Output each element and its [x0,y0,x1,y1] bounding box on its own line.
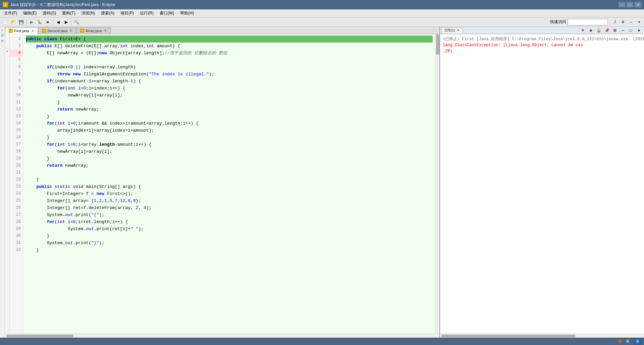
code-line-7: throw new IllegalArgumentException("The … [26,71,433,78]
h-scroll-thumb[interactable] [6,335,73,337]
menu-run[interactable]: 运行(R) [137,10,156,17]
quick-access-input[interactable] [568,19,608,25]
margin-line-11 [5,105,9,112]
console-bottom-scroll[interactable] [440,334,644,338]
menu-refactor[interactable]: 重构(T) [59,10,78,17]
ln-18: 18 [10,148,23,155]
tab-array-java[interactable]: J Array.java ✕ [76,27,111,34]
menu-search[interactable]: 搜索(A) [98,10,117,17]
margin-line-32 [5,252,9,259]
ln-17: 17 [10,141,23,148]
console-stop-btn[interactable]: ■ [587,27,594,34]
open-button[interactable]: 📂 [9,18,17,26]
ln-27: 27 [10,211,23,218]
ln-15: 15 [10,127,23,134]
ln-4: 4 [10,50,23,57]
tab-icon-array: J [80,29,84,33]
menu-source[interactable]: 源码(S) [40,10,59,17]
save-button[interactable]: 💾 [17,18,25,26]
run-button[interactable]: ▶ [28,18,35,26]
console-maximize-btn[interactable]: □ [627,27,635,34]
menu-window[interactable]: 窗口(W) [157,10,177,17]
code-content[interactable]: public class First<E> { public E[] delet… [23,34,435,334]
ln-22: 22 [10,176,23,183]
perspective-btn-4[interactable]: ▾ [635,18,643,26]
ln-29: 29 [10,225,23,232]
tab-close-array[interactable]: ✕ [104,28,107,33]
menu-project[interactable]: 项目(P) [118,10,137,17]
tab-first-java[interactable]: J First.java ✕ [5,27,38,34]
maximize-button[interactable]: □ [627,2,633,7]
code-editor: ➤ [5,34,439,334]
menu-edit[interactable]: 编辑(E) [20,10,39,17]
code-line-8: if(index+amount-1>=array.length-1) { [26,78,433,85]
console-view-menu-btn[interactable]: ▾ [635,27,643,34]
console-tab-label: 控制台 [444,28,455,33]
ln-19: 19 [10,155,23,162]
perspective-btn-2[interactable]: ⚙ [619,18,627,26]
sidebar-icon-3[interactable]: ⚙ [0,39,4,43]
tab-close-second[interactable]: ✕ [69,28,72,33]
tab-close-first[interactable]: ✕ [31,29,34,33]
perspective-btn-3[interactable]: ↔ [627,18,635,26]
margin-line-9 [5,90,9,97]
tab-label-second: Second.java [47,29,68,33]
code-line-11: } [26,99,433,106]
status-bar: 搜 英 英 [0,338,644,345]
code-line-24: First<Integer> f = new First<>(); [26,190,433,197]
ln-20: 20 [10,162,23,169]
ln-9: 9 [10,85,23,92]
close-button[interactable]: ✕ [635,2,641,7]
search-toolbar-button[interactable]: 🔍 [73,18,80,26]
ln-10: 10 [10,92,23,99]
margin-line-20 [5,168,9,175]
console-tab-main[interactable]: 控制台 ✕ [441,27,463,33]
console-pin-btn[interactable]: 📌 [603,27,610,34]
sidebar-icon-1[interactable]: ▸ [0,28,4,32]
back-button[interactable]: ◀ [54,18,62,26]
scrollbar-thumb[interactable] [436,34,439,55]
margin-line-16 [5,140,9,147]
margin-line-22 [5,182,9,189]
margin-line-25 [5,203,9,210]
tab-second-java[interactable]: J Second.java ✕ [38,27,76,34]
ln-8: 8 [10,78,23,85]
console-minimize-btn[interactable]: ─ [619,27,627,34]
code-line-26: Integer[] ret=f.deleteFrom(array, 2, 4); [26,204,433,211]
menu-navigate[interactable]: 浏览(N) [79,10,98,17]
debug-button[interactable]: 🐛 [36,18,43,26]
perspective-btn-1[interactable]: J [611,18,619,26]
editor-container: J First.java ✕ J Second.java ✕ J Array.j… [5,27,439,338]
minimize-button[interactable]: ─ [619,2,625,7]
editor-scrollbar[interactable] [435,34,439,334]
eclipse-icon: J [3,2,8,7]
ln-28: 28 [10,218,23,225]
code-line-13: } [26,113,433,120]
menu-help[interactable]: 帮助(H) [177,10,197,17]
bottom-scroll[interactable] [5,334,439,338]
console-line-1: <已终止> First [Java 应用程序] C:\Program Files… [443,36,641,42]
console-scroll-lock-btn[interactable]: 🔒 [595,27,602,34]
margin-line-6 [5,69,9,76]
code-line-20: return newArray; [26,162,433,169]
console-settings-btn[interactable]: ⚙ [611,27,619,34]
right-panel: 控制台 ✕ ✕ ■ 🔒 📌 ⚙ ─ □ ▾ <已终止> First [Java … [439,27,644,338]
code-line-6: if(index<0 || index>=array.length) [26,64,433,71]
stop-button[interactable]: ■ [44,18,51,26]
ln-25: 25 [10,197,23,204]
margin-line-10 [5,97,9,105]
console-h-scroll-thumb[interactable] [441,335,576,337]
code-line-3: public E[] deleteFrom(E[] array,int inde… [26,43,433,50]
tab-icon-second: J [42,29,46,33]
code-line-19: } [26,155,433,162]
console-line-3: :26) [443,48,641,54]
line-numbers: 2 3 4 5 6 7 8 9 10 11 12 13 14 15 16 17 … [10,34,23,334]
ime-indicator[interactable]: 英 [634,339,641,345]
menu-file[interactable]: 文件(F) [1,10,20,17]
new-button[interactable]: 📄 [1,18,9,26]
forward-button[interactable]: ▶ [62,18,70,26]
code-line-14: for(int i=0;i<amount && index+i+amount<a… [26,120,433,127]
console-clear-btn[interactable]: ✕ [579,27,586,34]
sidebar-icon-2[interactable]: ☰ [0,33,4,38]
code-line-25: Integer[] array= {1,2,1,5,7,12,6,9}; [26,197,433,204]
